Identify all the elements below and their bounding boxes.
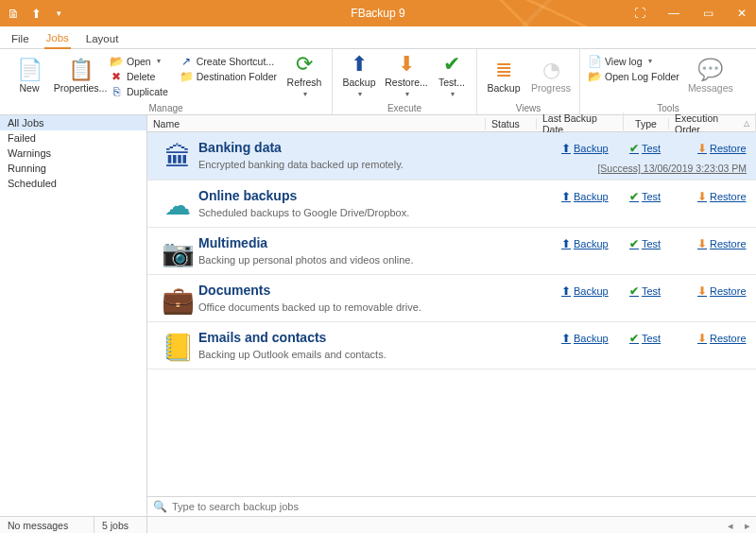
job-backup-link[interactable]: ⬆Backup xyxy=(561,237,610,250)
job-description: Office documents backed up to removable … xyxy=(198,301,561,313)
duplicate-button[interactable]: ⎘Duplicate xyxy=(108,84,170,99)
sidebar-item-all-jobs[interactable]: All Jobs xyxy=(0,115,146,130)
job-description: Backing up Outlook emails and contacts. xyxy=(198,349,561,360)
tab-jobs[interactable]: Jobs xyxy=(44,28,71,49)
properties-icon: 📋 xyxy=(68,60,94,80)
check-icon: ✔ xyxy=(629,284,639,298)
job-row[interactable]: ☁Online backupsScheduled backups to Goog… xyxy=(147,181,756,228)
job-title: Banking data xyxy=(198,140,561,155)
up-arrow-icon: ⬆ xyxy=(561,332,571,345)
job-status-text[interactable]: [Success] 13/06/2019 3:23:03 PM xyxy=(597,163,747,174)
briefcase-icon: 💼 xyxy=(157,283,198,316)
qat-dropdown-icon[interactable]: ▾ xyxy=(51,6,66,21)
search-input[interactable] xyxy=(172,501,750,512)
job-row[interactable]: 💼DocumentsOffice documents backed up to … xyxy=(147,275,756,322)
job-title: Documents xyxy=(198,283,561,298)
job-test-link[interactable]: ✔Test xyxy=(629,332,679,345)
view-log-button[interactable]: 📄View log xyxy=(586,54,681,69)
job-test-link[interactable]: ✔Test xyxy=(629,237,679,250)
job-restore-link[interactable]: ⬇Restore xyxy=(697,190,747,203)
status-scroll-left-icon[interactable]: ◂ xyxy=(722,520,739,531)
dest-folder-icon: 📁 xyxy=(180,70,193,83)
job-restore-link[interactable]: ⬇Restore xyxy=(697,332,747,345)
open-button[interactable]: 📂Open xyxy=(108,54,170,69)
up-arrow-icon[interactable]: ⬆ xyxy=(28,6,43,21)
job-row[interactable]: 🏛Banking dataEncrypted banking data back… xyxy=(147,132,756,181)
col-type[interactable]: Type xyxy=(624,118,669,129)
sidebar-item-warnings[interactable]: Warnings xyxy=(0,146,146,161)
sidebar-item-failed[interactable]: Failed xyxy=(0,130,146,146)
content-area: All JobsFailedWarningsRunningScheduled N… xyxy=(0,115,756,516)
check-icon: ✔ xyxy=(629,190,639,203)
job-restore-link[interactable]: ⬇Restore xyxy=(697,142,747,155)
job-backup-link[interactable]: ⬆Backup xyxy=(561,284,610,298)
check-icon: ✔ xyxy=(629,237,639,250)
job-row[interactable]: 📷MultimediaBacking up personal photos an… xyxy=(147,228,756,275)
duplicate-icon: ⎘ xyxy=(110,85,123,98)
job-restore-link[interactable]: ⬇Restore xyxy=(697,284,747,298)
quick-access: 🗎 ⬆ ▾ xyxy=(6,6,66,21)
restore-arrow-icon: ⬇ xyxy=(398,54,415,75)
open-log-folder-button[interactable]: 📂Open Log Folder xyxy=(586,69,681,84)
up-arrow-icon: ⬆ xyxy=(561,190,571,203)
col-name[interactable]: Name xyxy=(147,118,486,129)
view-backup-button[interactable]: ≣Backup xyxy=(483,53,524,100)
job-description: Encrypted banking data backed up remotel… xyxy=(198,159,561,170)
col-status[interactable]: Status xyxy=(486,118,537,129)
job-backup-link[interactable]: ⬆Backup xyxy=(561,142,610,155)
job-backup-link[interactable]: ⬆Backup xyxy=(561,332,610,345)
minimize-icon[interactable]: — xyxy=(665,7,682,20)
sidebar-item-scheduled[interactable]: Scheduled xyxy=(0,176,146,191)
refresh-button[interactable]: ⟳ Refresh xyxy=(283,53,326,100)
create-shortcut-button[interactable]: ↗Create Shortcut... xyxy=(178,54,279,69)
shortcut-icon: ↗ xyxy=(180,55,193,68)
job-row[interactable]: 📒Emails and contactsBacking up Outlook e… xyxy=(147,322,756,370)
job-list[interactable]: 🏛Banking dataEncrypted banking data back… xyxy=(147,132,756,496)
view-progress-button[interactable]: ◔Progress xyxy=(528,53,574,100)
down-arrow-icon: ⬇ xyxy=(697,332,707,345)
window-controls: ⛶ — ▭ ✕ xyxy=(631,7,750,20)
job-title: Multimedia xyxy=(198,235,561,250)
job-test-link[interactable]: ✔Test xyxy=(629,142,679,155)
new-file-icon[interactable]: 🗎 xyxy=(6,6,21,21)
status-scroll-right-icon[interactable]: ▸ xyxy=(739,520,756,531)
ribbon-tabs: File Jobs Layout xyxy=(0,26,756,49)
refresh-label: Refresh xyxy=(287,77,322,88)
properties-label: Properties... xyxy=(54,82,108,94)
fullscreen-icon[interactable]: ⛶ xyxy=(631,7,648,20)
progress-icon: ◔ xyxy=(542,60,560,80)
down-arrow-icon: ⬇ xyxy=(697,142,707,155)
job-description: Scheduled backups to Google Drive/Dropbo… xyxy=(198,207,561,218)
tab-file[interactable]: File xyxy=(9,29,31,48)
maximize-icon[interactable]: ▭ xyxy=(699,7,716,20)
cloud-icon: ☁ xyxy=(157,188,198,221)
test-check-icon: ✔ xyxy=(443,54,460,75)
job-backup-link[interactable]: ⬆Backup xyxy=(561,190,610,203)
messages-button[interactable]: 💬Messages xyxy=(685,53,736,100)
col-exec-order[interactable]: Execution Order△ xyxy=(669,112,756,135)
ribbon-group-tools: 📄View log 📂Open Log Folder .. 💬Messages … xyxy=(580,49,756,114)
col-last-backup[interactable]: Last Backup Date xyxy=(537,112,624,135)
properties-button[interactable]: 📋 Properties... xyxy=(57,53,104,100)
delete-button[interactable]: ✖Delete xyxy=(108,69,170,84)
new-button[interactable]: 📄 New xyxy=(6,53,53,100)
column-headers: Name Status Last Backup Date Type Execut… xyxy=(147,115,756,132)
bank-icon: 🏛 xyxy=(157,140,198,174)
delete-icon: ✖ xyxy=(110,70,123,83)
test-button[interactable]: ✔Test... xyxy=(433,53,471,100)
up-arrow-icon: ⬆ xyxy=(561,142,571,155)
tab-layout[interactable]: Layout xyxy=(84,29,121,48)
job-restore-link[interactable]: ⬇Restore xyxy=(697,237,747,250)
job-test-link[interactable]: ✔Test xyxy=(629,284,679,298)
job-description: Backing up personal photos and videos on… xyxy=(198,254,561,266)
new-icon: 📄 xyxy=(17,60,43,80)
open-folder-icon: 📂 xyxy=(110,55,123,68)
backup-button[interactable]: ⬆Backup xyxy=(338,53,380,100)
close-icon[interactable]: ✕ xyxy=(733,7,750,20)
refresh-icon: ⟳ xyxy=(296,54,313,75)
camera-icon: 📷 xyxy=(157,235,198,268)
destination-folder-button[interactable]: 📁Destination Folder xyxy=(178,69,279,84)
sidebar-item-running[interactable]: Running xyxy=(0,161,146,176)
job-test-link[interactable]: ✔Test xyxy=(629,190,679,203)
restore-button[interactable]: ⬇Restore... xyxy=(384,53,429,100)
